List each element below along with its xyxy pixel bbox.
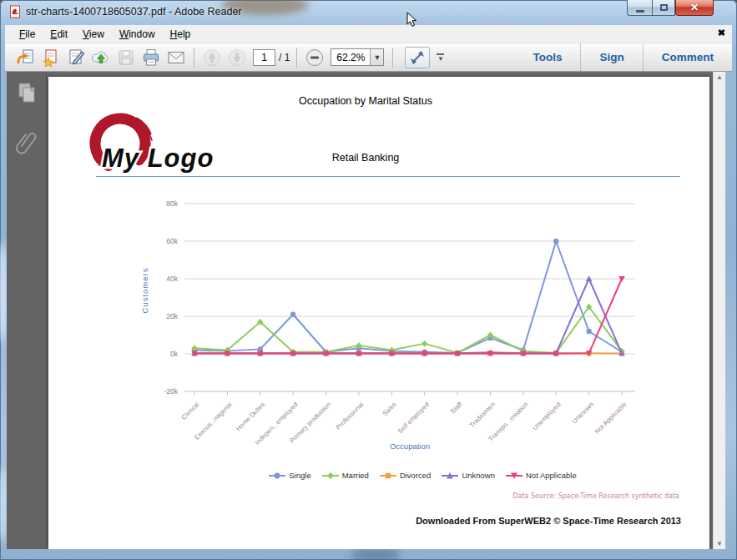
previous-page-button[interactable] — [200, 46, 224, 69]
glass-reflection — [351, 547, 401, 560]
email-icon — [166, 48, 186, 68]
header-divider — [96, 176, 680, 177]
sign-document-icon — [66, 48, 86, 68]
svg-text:Staff: Staff — [449, 400, 464, 415]
maximize-button[interactable] — [652, 0, 675, 16]
create-pdf-button[interactable] — [39, 46, 63, 69]
attachments-button[interactable] — [16, 129, 38, 157]
line-chart-svg: 80k60k40k20k0k-20kClericalExecuti...nage… — [138, 199, 643, 457]
legend-marker-icon — [322, 472, 339, 480]
svg-text:0k: 0k — [170, 350, 179, 358]
legend-label: Not Applicable — [526, 471, 577, 480]
adobe-reader-window: str-charts-1400718605037.pdf - Adobe Rea… — [0, 0, 737, 560]
svg-text:40k: 40k — [166, 275, 178, 283]
scroll-down-icon[interactable]: ▼ — [716, 540, 723, 547]
arrow-down-icon — [227, 48, 247, 68]
legend-marker-icon — [506, 472, 522, 480]
resize-arrows-icon — [410, 50, 425, 65]
chevron-down-icon: ▼ — [373, 53, 381, 62]
close-button[interactable]: ✕ — [675, 0, 714, 16]
toolbar-separator — [194, 48, 194, 68]
document-area: Occupation by Marital Status Retail Bank… — [7, 72, 725, 549]
menu-view[interactable]: View — [75, 27, 112, 42]
print-icon — [141, 48, 161, 68]
email-button[interactable] — [164, 46, 188, 69]
my-logo: My Logo — [73, 112, 228, 183]
svg-text:Professional: Professional — [335, 401, 366, 431]
menubar: File Edit View Window Help ✖ — [5, 25, 732, 43]
svg-text:-20k: -20k — [164, 387, 178, 396]
menu-window[interactable]: Window — [112, 27, 163, 42]
legend-marker-icon — [380, 472, 396, 480]
scroll-up-icon[interactable]: ▲ — [716, 73, 723, 81]
svg-text:Unemployed: Unemployed — [531, 401, 562, 431]
cloud-upload-icon — [91, 48, 111, 68]
arrow-up-icon — [202, 48, 222, 68]
sign-document-button[interactable] — [64, 46, 88, 69]
next-page-button[interactable] — [225, 46, 249, 69]
print-button[interactable] — [139, 46, 163, 69]
legend-label: Married — [342, 471, 369, 480]
download-footer: Downloaded From SuperWEB2 © Space-Time R… — [416, 516, 681, 526]
chart-legend: SingleMarriedDivorcedUnknownNot Applicab… — [138, 471, 643, 480]
cloud-upload-button[interactable] — [89, 46, 113, 69]
legend-item-unknown: Unknown — [442, 471, 495, 480]
svg-text:60k: 60k — [166, 237, 178, 245]
zoom-out-icon — [305, 48, 325, 68]
svg-text:Unknown: Unknown — [571, 401, 595, 425]
svg-text:Home Duties: Home Duties — [235, 401, 266, 432]
legend-marker-icon — [269, 472, 285, 480]
zoom-level-value[interactable]: 62.2% — [331, 52, 370, 63]
toolbar-overflow-button[interactable]: ▼ — [437, 53, 444, 61]
chart: 80k60k40k20k0k-20kClericalExecuti...nage… — [138, 199, 643, 457]
legend-item-married: Married — [322, 471, 369, 480]
menu-file[interactable]: File — [12, 27, 43, 42]
fit-window-button[interactable] — [405, 47, 430, 68]
svg-text:Sales: Sales — [381, 401, 398, 417]
legend-label: Divorced — [400, 471, 432, 480]
mouse-cursor — [406, 12, 418, 28]
toolbar-separator — [392, 48, 393, 68]
svg-text:Self employed: Self employed — [396, 401, 431, 435]
toolbar: 1 / 1 62.2% ▼ ▼ Tools Sign — [5, 43, 732, 72]
zoom-out-button[interactable] — [303, 46, 326, 69]
page-title: Occupation by Marital Status — [48, 95, 683, 107]
legend-item-divorced: Divorced — [380, 471, 432, 480]
page-thumbnails-button[interactable] — [17, 82, 37, 106]
pdf-app-icon — [8, 5, 22, 21]
vertical-scrollbar[interactable]: ▲ ▼ — [713, 72, 725, 549]
logo-text: My Logo — [102, 144, 214, 173]
svg-text:20k: 20k — [166, 312, 178, 320]
save-button[interactable] — [114, 46, 138, 69]
save-icon — [116, 48, 136, 68]
tools-panel-button[interactable]: Tools — [514, 43, 580, 71]
svg-text:Clerical: Clerical — [180, 401, 201, 421]
sign-panel-button[interactable]: Sign — [580, 43, 642, 71]
maximize-icon — [660, 4, 668, 11]
legend-marker-icon — [442, 472, 458, 480]
legend-item-not-applicable: Not Applicable — [506, 471, 577, 480]
legend-label: Single — [289, 471, 310, 480]
svg-text:Tradesmen: Tradesmen — [468, 401, 497, 429]
zoom-level-control[interactable]: 62.2% ▼ — [331, 48, 384, 66]
window-title: str-charts-1400718605037.pdf - Adobe Rea… — [26, 6, 242, 18]
y-axis-title: Customers — [140, 268, 149, 314]
data-source-note: Data Source: Space-Time Research synthet… — [512, 492, 679, 500]
x-axis-title: Occupation — [390, 441, 430, 451]
menu-help[interactable]: Help — [163, 27, 199, 42]
create-pdf-icon — [41, 48, 61, 68]
minimize-icon — [636, 10, 644, 13]
page-number-input[interactable]: 1 — [253, 49, 275, 66]
close-icon: ✕ — [690, 3, 699, 13]
zoom-dropdown-button[interactable]: ▼ — [370, 49, 383, 65]
minimize-button[interactable] — [627, 0, 652, 16]
close-document-icon[interactable]: ✖ — [718, 28, 725, 38]
pdf-canvas: Occupation by Marital Status Retail Bank… — [47, 72, 713, 549]
comment-panel-button[interactable]: Comment — [643, 43, 732, 71]
titlebar[interactable]: str-charts-1400718605037.pdf - Adobe Rea… — [0, 0, 737, 25]
open-file-button[interactable] — [14, 46, 38, 69]
navigation-sidebar — [7, 72, 47, 549]
menu-edit[interactable]: Edit — [43, 27, 75, 42]
pdf-page: Occupation by Marital Status Retail Bank… — [48, 77, 709, 549]
open-file-icon — [16, 48, 36, 68]
